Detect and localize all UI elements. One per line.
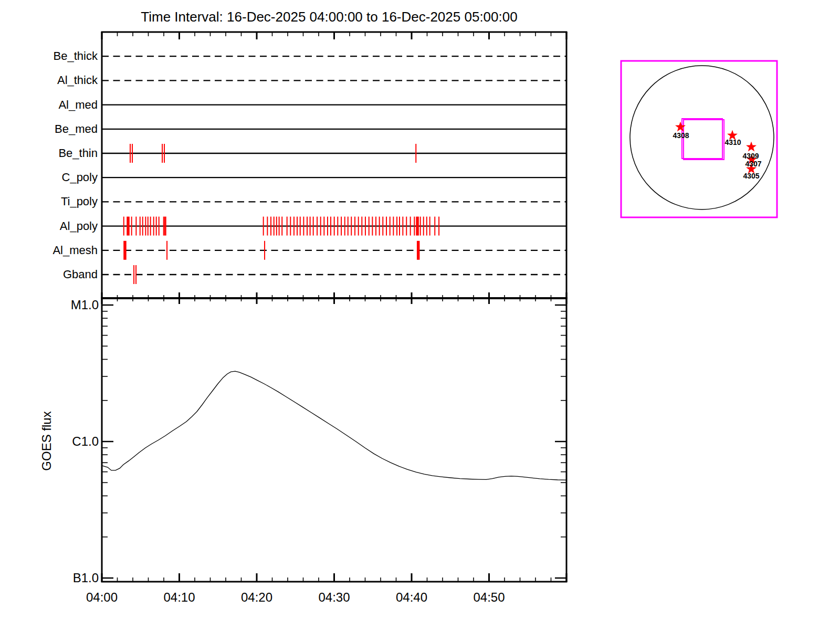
- solar-limb-circle: [630, 66, 774, 209]
- page-title: Time Interval: 16-Dec-2025 04:00:00 to 1…: [141, 10, 517, 24]
- time-tick-label-04:30: 04:30: [318, 591, 350, 604]
- filter-row-label-Al_mesh: Al_mesh: [29, 245, 98, 256]
- filter-row-label-Al_poly: Al_poly: [29, 220, 98, 232]
- goes-y-tick-label-C1.0: C1.0: [46, 435, 99, 448]
- filter-row-label-Al_thick: Al_thick: [29, 75, 98, 86]
- plots-svg: [0, 0, 840, 630]
- sun-frame-box: [621, 61, 777, 217]
- xrt-flare-catalog-plot: Time Interval: 16-Dec-2025 04:00:00 to 1…: [0, 0, 840, 630]
- time-tick-label-04:10: 04:10: [163, 591, 195, 604]
- filter-row-label-Ti_poly: Ti_poly: [29, 196, 98, 207]
- time-tick-label-04:20: 04:20: [241, 591, 272, 604]
- filter-row-label-Al_med: Al_med: [29, 99, 98, 111]
- xrt-fov-box: [684, 120, 724, 160]
- filter-row-label-C_poly: C_poly: [29, 172, 98, 183]
- filter-row-label-Gband: Gband: [29, 269, 98, 280]
- active-region-label-4308: 4308: [673, 132, 689, 139]
- time-tick-label-04:50: 04:50: [473, 591, 505, 604]
- filter-row-label-Be_thick: Be_thick: [29, 50, 98, 62]
- time-tick-label-04:40: 04:40: [396, 591, 427, 604]
- active-region-label-4309: 4309: [742, 152, 759, 160]
- goes-flux-axis-title: GOES flux: [40, 411, 53, 470]
- active-region-star-4309: [746, 142, 757, 152]
- goes-y-tick-label-B1.0: B1.0: [46, 572, 99, 584]
- time-tick-label-04:00: 04:00: [86, 591, 118, 604]
- goes-y-tick-label-M1.0: M1.0: [46, 299, 99, 311]
- active-region-label-4307: 4307: [745, 160, 761, 167]
- filter-row-label-Be_thin: Be_thin: [29, 148, 98, 159]
- active-region-label-4305: 4305: [743, 172, 759, 180]
- filter-row-label-Be_med: Be_med: [29, 123, 98, 135]
- active-region-label-4310: 4310: [724, 139, 741, 146]
- goes-flux-curve: [102, 371, 566, 480]
